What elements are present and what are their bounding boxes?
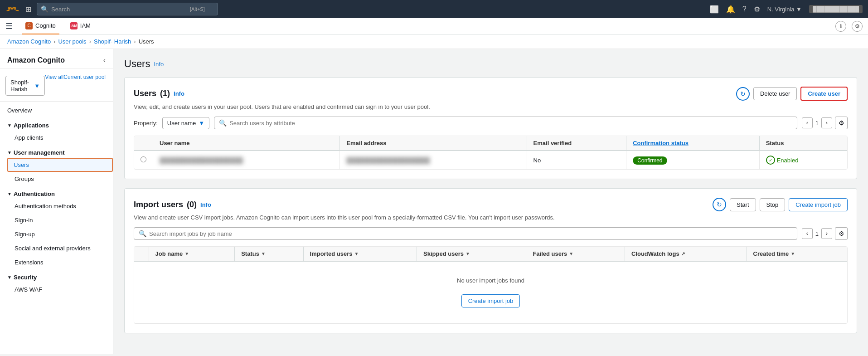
import-pagination: ‹ 1 › ⚙ (802, 227, 848, 240)
main-content: Users Info Users (1) Info ↻ Delete user … (113, 49, 868, 354)
th-imported-users[interactable]: Imported users ▼ (303, 247, 417, 261)
import-empty-row: No user import jobs found Create import … (134, 261, 847, 323)
aws-logo[interactable]: aws (5, 5, 20, 14)
sidebar-header: Amazon Cognito ‹ (0, 49, 113, 68)
iam-tab[interactable]: IAM IAM (67, 18, 94, 34)
users-table: User name Email address Email verified C… (134, 136, 847, 169)
sidebar-header-user-management[interactable]: ▼ User management (0, 145, 113, 158)
import-card-title: Import users (0) Info (134, 200, 211, 210)
page-title-row: Users Info (124, 58, 857, 70)
sidebar-collapse-icon[interactable]: ‹ (103, 56, 106, 64)
iam-icon: IAM (70, 22, 78, 29)
sidebar-item-aws-waf[interactable]: AWS WAF (7, 283, 113, 297)
property-selector[interactable]: User name ▼ (162, 117, 209, 129)
row-radio[interactable] (141, 156, 146, 162)
page-title: Users (124, 58, 150, 70)
users-table-header-row: User name Email address Email verified C… (134, 136, 847, 151)
users-info-link[interactable]: Info (174, 90, 184, 97)
delete-user-button[interactable]: Delete user (753, 87, 797, 100)
create-user-button[interactable]: Create user (800, 87, 848, 101)
sidebar-header-applications[interactable]: ▼ Applications (0, 117, 113, 131)
account-menu[interactable]: ████████████ (809, 5, 863, 13)
import-table-settings[interactable]: ⚙ (835, 227, 848, 240)
global-search[interactable]: 🔍 [Alt+S] (37, 3, 218, 15)
users-refresh-button[interactable]: ↻ (736, 87, 750, 101)
users-search-wrap[interactable]: 🔍 (214, 117, 797, 129)
import-start-button[interactable]: Start (730, 198, 756, 211)
view-all-link[interactable]: View all (45, 74, 63, 80)
import-stop-button[interactable]: Stop (760, 198, 786, 211)
create-import-job-button-empty[interactable]: Create import job (461, 294, 520, 307)
import-search-input[interactable] (149, 230, 792, 237)
row-username: ████████████████████ (153, 151, 340, 169)
th-cloudwatch[interactable]: CloudWatch logs ↗ (625, 247, 747, 261)
th-confirmation-status[interactable]: Confirmation status (626, 136, 760, 151)
import-search-icon: 🔍 (139, 230, 146, 237)
import-search-wrap[interactable]: 🔍 (134, 227, 797, 240)
import-refresh-button[interactable]: ↻ (713, 198, 726, 211)
settings-circle-icon[interactable]: ⚙ (852, 21, 863, 32)
sidebar-item-groups[interactable]: Groups (7, 172, 113, 186)
import-next-page[interactable]: › (821, 228, 832, 239)
th-failed-users[interactable]: Failed users ▼ (526, 247, 625, 261)
refresh-icon: ↻ (740, 90, 746, 98)
skipped-sort-icon: ▼ (466, 251, 470, 256)
breadcrumb-shopif[interactable]: Shopif- Harish (94, 38, 131, 45)
import-page-number: 1 (815, 230, 819, 237)
users-prev-page[interactable]: ‹ (802, 117, 813, 128)
cognito-tab-label: Cognito (35, 22, 56, 29)
hamburger-menu[interactable]: ☰ (5, 21, 13, 31)
page-info-link[interactable]: Info (154, 61, 164, 68)
svg-text:aws: aws (8, 5, 16, 10)
th-created-time[interactable]: Created time ▼ (747, 247, 847, 261)
sidebar-title: Amazon Cognito (7, 56, 65, 64)
th-job-name[interactable]: Job name ▼ (149, 247, 235, 261)
users-page-number: 1 (815, 120, 819, 127)
table-row: ████████████████████ ███████████████████… (134, 151, 847, 169)
sidebar-item-sign-up[interactable]: Sign-up (7, 227, 113, 241)
pool-dropdown-icon: ▼ (34, 83, 40, 89)
import-prev-page[interactable]: ‹ (802, 228, 813, 239)
users-next-page[interactable]: › (821, 117, 832, 128)
breadcrumb-userpools[interactable]: User pools (58, 38, 86, 45)
failed-sort-icon: ▼ (569, 251, 573, 256)
th-import-status[interactable]: Status ▼ (235, 247, 303, 261)
sidebar-item-extensions[interactable]: Extensions (7, 255, 113, 269)
pool-selector[interactable]: Shopif- Harish ▼ (5, 76, 45, 96)
info-circle-icon[interactable]: ℹ (835, 21, 846, 32)
row-radio-cell[interactable] (134, 151, 153, 169)
th-skipped-users[interactable]: Skipped users ▼ (417, 247, 526, 261)
help-icon[interactable]: ? (742, 5, 747, 13)
users-table-wrap: User name Email address Email verified C… (134, 136, 848, 170)
cognito-tab[interactable]: C Cognito (22, 18, 59, 34)
property-value: User name (167, 120, 196, 127)
breadcrumb-current: Users (139, 38, 154, 45)
row-email-verified: No (527, 151, 626, 169)
users-table-settings[interactable]: ⚙ (835, 117, 848, 129)
nav-icons: ⬜ 🔔 ? ⚙ N. Virginia ▼ ████████████ (710, 5, 863, 14)
sidebar-item-overview[interactable]: Overview (0, 103, 113, 117)
iam-tab-label: IAM (80, 22, 91, 29)
grid-icon[interactable]: ⊞ (25, 5, 31, 14)
create-import-job-button-top[interactable]: Create import job (789, 198, 848, 211)
users-card-desc: View, edit, and create users in your use… (134, 103, 848, 110)
users-pagination: ‹ 1 › ⚙ (802, 117, 848, 129)
breadcrumb-cognito[interactable]: Amazon Cognito (7, 38, 51, 45)
notification-icon[interactable]: 🔔 (726, 5, 735, 14)
import-table: Job name ▼ Status ▼ (134, 247, 847, 323)
global-search-input[interactable] (51, 6, 187, 13)
sidebar-header-security[interactable]: ▼ Security (0, 269, 113, 283)
sidebar-item-users[interactable]: Users (7, 158, 113, 172)
sidebar-item-social-providers[interactable]: Social and external providers (7, 241, 113, 255)
sidebar-item-sign-in[interactable]: Sign-in (7, 213, 113, 227)
import-info-link[interactable]: Info (200, 201, 211, 208)
sidebar-header-authentication[interactable]: ▼ Authentication (0, 186, 113, 199)
sidebar-item-app-clients[interactable]: App clients (7, 131, 113, 145)
breadcrumb-sep-1: › (53, 38, 55, 45)
users-search-input[interactable] (229, 120, 792, 127)
cloud-shell-icon[interactable]: ⬜ (710, 5, 719, 14)
region-selector[interactable]: N. Virginia ▼ (767, 6, 802, 13)
settings-icon[interactable]: ⚙ (754, 5, 760, 14)
sidebar-item-auth-methods[interactable]: Authentication methods (7, 199, 113, 213)
breadcrumb-sep-3: › (134, 38, 136, 45)
